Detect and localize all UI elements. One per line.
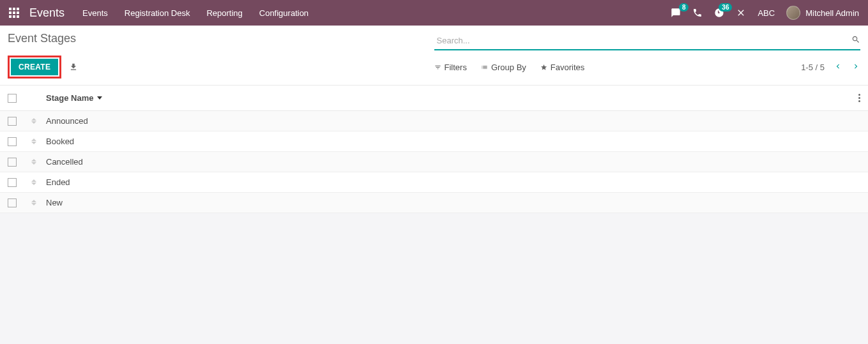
row-checkbox[interactable] xyxy=(8,158,17,167)
filters-button[interactable]: Filters xyxy=(434,63,467,72)
drag-handle-icon[interactable] xyxy=(29,138,38,144)
row-checkbox[interactable] xyxy=(8,137,17,146)
page-title: Event Stages xyxy=(8,32,76,45)
star-icon xyxy=(540,64,547,71)
clock-badge: 36 xyxy=(719,3,732,11)
drag-handle-icon[interactable] xyxy=(29,179,38,185)
row-checkbox[interactable] xyxy=(8,198,17,207)
group-by-button[interactable]: Group By xyxy=(481,63,526,72)
table-row[interactable]: Ended xyxy=(0,172,868,193)
top-navbar: Events Events Registration Desk Reportin… xyxy=(0,0,868,26)
search-wrap xyxy=(434,32,861,50)
nav-right: 8 36 ABC Mitchell Admin xyxy=(671,6,859,20)
column-stage-name[interactable]: Stage Name xyxy=(46,93,102,103)
table-row[interactable]: Booked xyxy=(0,131,868,152)
drag-handle-icon[interactable] xyxy=(29,200,38,206)
close-icon[interactable] xyxy=(736,8,746,18)
user-menu[interactable]: Mitchell Admin xyxy=(786,6,859,20)
favorites-button[interactable]: Favorites xyxy=(540,63,584,72)
avatar xyxy=(786,6,800,20)
search-box xyxy=(434,32,861,50)
table-row[interactable]: Announced xyxy=(0,111,868,131)
pager-next[interactable] xyxy=(851,62,860,73)
phone-icon[interactable] xyxy=(692,8,703,18)
drag-handle-icon[interactable] xyxy=(29,118,38,124)
search-input[interactable] xyxy=(434,32,852,49)
toolbar: CREATE Filters Group By Favorites 1-5 / … xyxy=(0,50,868,85)
list-icon xyxy=(481,64,488,71)
create-button[interactable]: CREATE xyxy=(11,59,58,75)
row-checkbox[interactable] xyxy=(8,178,17,187)
stage-name: Announced xyxy=(46,116,88,126)
chevron-right-icon xyxy=(851,62,860,71)
clock-icon[interactable]: 36 xyxy=(714,8,724,18)
nav-link-registration-desk[interactable]: Registration Desk xyxy=(125,8,190,18)
pager: 1-5 / 5 xyxy=(801,62,860,73)
nav-links: Events Registration Desk Reporting Confi… xyxy=(82,8,308,18)
chat-badge: 8 xyxy=(679,3,689,11)
user-name: Mitchell Admin xyxy=(805,8,859,18)
filter-group: Filters Group By Favorites xyxy=(434,63,585,72)
nav-link-configuration[interactable]: Configuration xyxy=(259,8,308,18)
stage-name: Booked xyxy=(46,137,74,146)
search-icon[interactable] xyxy=(851,35,860,46)
apps-icon[interactable] xyxy=(9,8,19,18)
app-brand[interactable]: Events xyxy=(29,6,65,20)
funnel-icon xyxy=(434,64,441,71)
caret-down-icon xyxy=(97,96,102,100)
kebab-icon[interactable] xyxy=(858,94,860,102)
pager-prev[interactable] xyxy=(834,62,842,73)
download-icon[interactable] xyxy=(69,63,78,71)
stage-name: Cancelled xyxy=(46,157,83,167)
drag-handle-icon[interactable] xyxy=(29,159,38,165)
header-row: Event Stages xyxy=(0,26,868,50)
chat-icon[interactable]: 8 xyxy=(671,8,681,18)
stage-name: New xyxy=(46,198,63,207)
table-row[interactable]: New xyxy=(0,193,868,213)
company-label[interactable]: ABC xyxy=(758,8,775,18)
table-header: Stage Name xyxy=(0,86,868,111)
nav-link-reporting[interactable]: Reporting xyxy=(206,8,242,18)
chevron-left-icon xyxy=(834,62,842,71)
table: Stage Name Announced Booked Cancelled En… xyxy=(0,85,868,213)
create-highlight: CREATE xyxy=(8,56,61,79)
table-row[interactable]: Cancelled xyxy=(0,152,868,172)
row-checkbox[interactable] xyxy=(8,117,17,126)
toolbar-right: Filters Group By Favorites 1-5 / 5 xyxy=(434,62,861,73)
stage-name: Ended xyxy=(46,177,70,187)
nav-link-events[interactable]: Events xyxy=(82,8,108,18)
select-all-checkbox[interactable] xyxy=(8,94,17,103)
pager-text: 1-5 / 5 xyxy=(801,63,825,72)
